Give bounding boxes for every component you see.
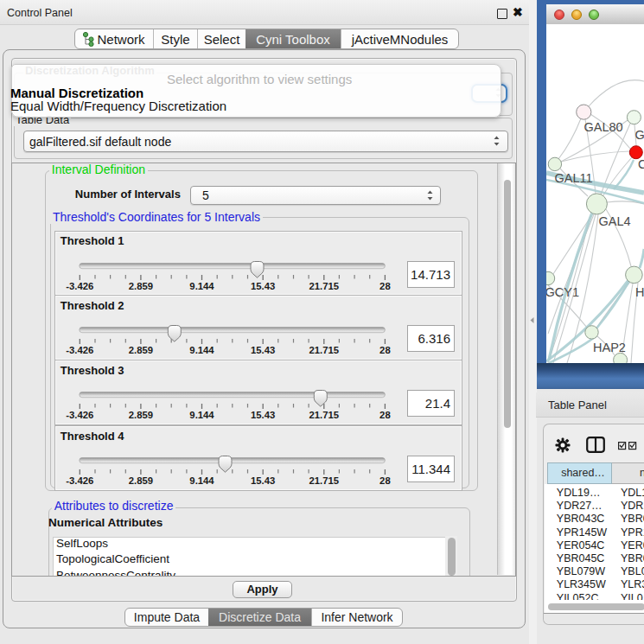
svg-text:H: H — [635, 285, 644, 299]
svg-text:15.43: 15.43 — [251, 475, 275, 486]
svg-text:GA: GA — [635, 128, 644, 142]
svg-text:GCY1: GCY1 — [546, 285, 579, 299]
svg-text:2.859: 2.859 — [128, 280, 152, 290]
svg-text:21.715: 21.715 — [309, 280, 339, 290]
svg-text:21.715: 21.715 — [309, 345, 339, 355]
svg-text:2.859: 2.859 — [128, 410, 152, 420]
svg-text:HAP2: HAP2 — [593, 341, 626, 354]
svg-text:-3.426: -3.426 — [66, 345, 93, 355]
svg-text:15.43: 15.43 — [251, 410, 275, 420]
svg-text:GAL80: GAL80 — [584, 120, 623, 134]
svg-text:28: 28 — [379, 410, 391, 420]
svg-text:9.144: 9.144 — [189, 410, 214, 420]
svg-text:9.144: 9.144 — [189, 475, 214, 486]
svg-text:2.859: 2.859 — [128, 475, 152, 486]
svg-text:-3.426: -3.426 — [66, 410, 93, 420]
svg-text:15.43: 15.43 — [251, 345, 275, 355]
svg-text:28: 28 — [379, 280, 391, 290]
svg-text:GAL4: GAL4 — [599, 214, 631, 228]
svg-text:21.715: 21.715 — [309, 410, 339, 420]
svg-text:28: 28 — [379, 475, 391, 486]
svg-text:9.144: 9.144 — [189, 345, 214, 355]
svg-text:-3.426: -3.426 — [66, 475, 93, 486]
svg-text:21.715: 21.715 — [309, 475, 339, 486]
svg-text:28: 28 — [379, 345, 391, 355]
svg-text:15.43: 15.43 — [251, 280, 275, 290]
svg-text:GAL11: GAL11 — [555, 171, 593, 185]
svg-text:-3.426: -3.426 — [66, 280, 93, 290]
svg-text:2.859: 2.859 — [128, 345, 152, 355]
svg-text:CR: CR — [638, 157, 644, 171]
svg-text:9.144: 9.144 — [189, 280, 214, 290]
